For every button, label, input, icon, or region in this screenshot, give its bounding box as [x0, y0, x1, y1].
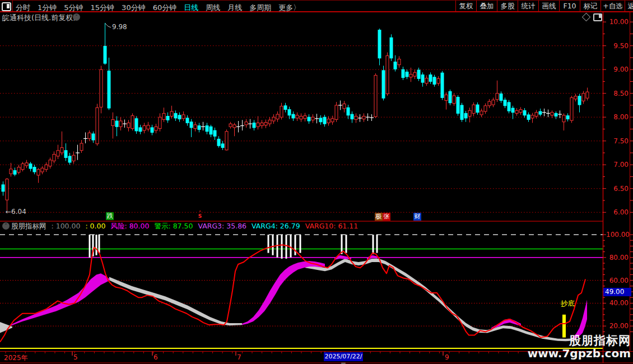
price-label-6.50: 6.50 [606, 185, 629, 193]
month-label-7: 7 [237, 353, 241, 361]
watermark-url: www.7gpzb.com [528, 347, 631, 360]
period-tab-0[interactable]: 分时 [16, 3, 30, 13]
indicator-value-4: 警示: 87.50 [154, 222, 193, 231]
chart-canvas: 9.98←6.04 [0, 0, 633, 364]
signal-rise-badge-2: 张 [383, 213, 390, 221]
tool-button-8[interactable]: 返回 [625, 1, 633, 12]
price-label-10.00: 10.00 [606, 18, 629, 26]
price-label-7.00: 7.00 [606, 161, 629, 169]
indicator-value-3: 风险: 80.00 [110, 222, 149, 231]
indicator-label-20.00: 20.00 [606, 322, 629, 330]
indicator-value-1: : 100.00 [52, 222, 81, 230]
period-tab-6[interactable]: 日线 [184, 3, 198, 13]
buy-bottom-label: 抄底 [561, 299, 575, 309]
period-tab-10[interactable]: 更多〉 [278, 3, 300, 13]
month-label-5: 5 [73, 353, 78, 361]
price-label-9.50: 9.50 [606, 42, 629, 50]
split-window-icon[interactable] [2, 2, 11, 11]
toolbar-divider [12, 1, 13, 12]
indicator-label-80.00: 80.00 [606, 254, 629, 262]
period-tab-2[interactable]: 5分钟 [64, 3, 83, 13]
tool-buttons: 复权叠加多股统计画线F10标记+自选返回 [455, 1, 633, 12]
indicator-header: 股朋指标网: 100.00: 0.00风险: 80.00警示: 87.50VAR… [11, 222, 363, 229]
price-label-8.50: 8.50 [606, 90, 629, 97]
price-label-8.00: 8.00 [606, 113, 629, 121]
indicator-value-6: VARG4: 26.79 [252, 222, 300, 230]
period-tab-9[interactable]: 多周期 [249, 3, 271, 13]
tool-button-7[interactable]: +自选 [601, 1, 625, 12]
svg-text:←6.04: ←6.04 [6, 208, 26, 216]
indicator-label-60.00: 60.00 [606, 277, 629, 284]
signal-s-icon: ˄S [197, 211, 203, 218]
indicator-label-40.00: 40.00 [606, 299, 629, 307]
signal-wealth-badge: 财 [413, 213, 421, 221]
signal-fall-badge: 跌 [106, 212, 114, 220]
month-label-9: 9 [445, 353, 449, 361]
indicator-current-value: 49.00 [603, 288, 631, 296]
period-tab-5[interactable]: 60分钟 [153, 3, 177, 13]
tool-button-2[interactable]: 多股 [497, 1, 518, 12]
tool-button-0[interactable]: 复权 [455, 1, 476, 12]
period-tab-7[interactable]: 周线 [206, 3, 220, 13]
tool-button-4[interactable]: 画线 [538, 1, 559, 12]
period-tab-3[interactable]: 15分钟 [91, 3, 115, 13]
period-tab-8[interactable]: 月线 [227, 3, 242, 13]
watermark: 股朋指标网 www.7gpzb.com [528, 334, 631, 360]
collapse-chevron-icon[interactable]: ˅ [73, 13, 80, 21]
indicator-value-5: VARG3: 35.86 [198, 222, 246, 230]
tool-button-5[interactable]: F10 [559, 1, 580, 12]
selected-date-badge: 2025/07/22/二 [324, 352, 363, 361]
month-label-6: 6 [153, 353, 158, 361]
price-label-7.50: 7.50 [606, 137, 629, 145]
svg-text:9.98: 9.98 [112, 23, 127, 31]
indicator-label-100.00: 100.00 [606, 231, 629, 239]
app-window: 9.98←6.04 分时1分钟5分钟15分钟30分钟60分钟日线周线月线多周期更… [0, 0, 633, 364]
period-tab-1[interactable]: 1分钟 [38, 3, 57, 13]
indicator-value-0: 股朋指标网 [11, 222, 46, 231]
tool-button-3[interactable]: 统计 [518, 1, 538, 12]
pane-layout-icon[interactable] [593, 13, 602, 21]
chart-title: 皖通科技(日线.前复权) [2, 13, 76, 23]
indicator-value-7: VARG10: 61.11 [305, 222, 359, 230]
year-label: 2025年 [4, 353, 28, 363]
tool-button-6[interactable]: 标记 [580, 1, 601, 12]
watermark-site-name: 股朋指标网 [528, 334, 631, 347]
tool-button-1[interactable]: 叠加 [476, 1, 497, 12]
indicator-value-2: : 0.00 [85, 222, 105, 230]
signal-rise-badge-1: 极 [375, 213, 383, 221]
price-label-9.00: 9.00 [606, 66, 629, 73]
period-tab-4[interactable]: 30分钟 [122, 3, 146, 13]
indicator-collapse-icon[interactable]: ˅ [2, 222, 10, 230]
top-toolbar: 分时1分钟5分钟15分钟30分钟60分钟日线周线月线多周期更多〉 复权叠加多股统… [0, 0, 633, 12]
price-label-6.00: 6.00 [606, 208, 629, 216]
period-tabs: 分时1分钟5分钟15分钟30分钟60分钟日线周线月线多周期更多〉 [16, 2, 308, 11]
